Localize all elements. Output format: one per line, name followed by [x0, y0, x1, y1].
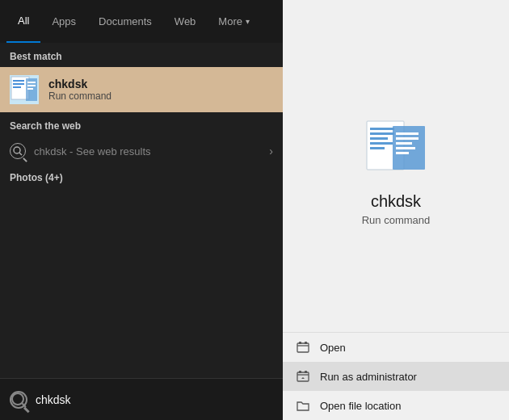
svg-rect-18: [370, 142, 393, 145]
svg-rect-4: [13, 86, 21, 88]
best-match-info: chkdsk Run command: [48, 78, 111, 102]
svg-rect-16: [370, 132, 394, 135]
svg-rect-25: [396, 152, 409, 154]
search-panel: All Apps Documents Web More ▾ Best match: [0, 0, 283, 420]
web-search-item[interactable]: chkdsk - See web results ›: [0, 136, 283, 166]
svg-rect-21: [396, 132, 419, 135]
tab-apps[interactable]: Apps: [40, 0, 87, 43]
svg-rect-30: [299, 371, 301, 373]
right-panel: chkdsk Run command Open: [283, 0, 509, 420]
tab-all[interactable]: All: [6, 0, 40, 43]
search-web-label: Search the web: [0, 112, 283, 136]
tab-documents[interactable]: Documents: [87, 0, 163, 43]
svg-rect-23: [396, 142, 412, 145]
best-match-item[interactable]: chkdsk Run command: [0, 67, 283, 112]
search-input[interactable]: [36, 393, 273, 406]
context-menu-run-admin[interactable]: Run as administrator: [283, 362, 509, 391]
photos-label: Photos (4+): [0, 166, 283, 187]
search-results: Best match chkdsk Run command: [0, 43, 283, 378]
search-bar: [0, 378, 283, 420]
svg-line-12: [23, 403, 27, 407]
svg-point-11: [12, 393, 23, 405]
best-match-name: chkdsk: [48, 78, 111, 90]
search-icon: [10, 143, 26, 159]
app-icon-small: [10, 75, 39, 104]
svg-rect-3: [13, 83, 24, 85]
app-preview: chkdsk Run command: [283, 0, 509, 332]
preview-app-sub: Run command: [362, 214, 431, 226]
chevron-right-icon: ›: [269, 145, 273, 158]
svg-rect-17: [370, 137, 388, 140]
open-icon: [296, 340, 310, 355]
svg-rect-22: [396, 137, 419, 140]
context-menu-file-location[interactable]: Open file location: [283, 391, 509, 420]
svg-line-10: [19, 153, 22, 155]
svg-rect-27: [299, 342, 301, 344]
tabs-bar: All Apps Documents Web More ▾: [0, 0, 283, 43]
tab-more[interactable]: More ▾: [207, 0, 261, 43]
svg-rect-19: [370, 147, 385, 149]
svg-rect-6: [27, 82, 36, 83]
svg-rect-29: [297, 372, 309, 381]
best-match-label: Best match: [0, 43, 283, 67]
best-match-sub: Run command: [48, 90, 111, 102]
svg-rect-31: [305, 371, 307, 373]
preview-app-name: chkdsk: [371, 192, 421, 211]
chevron-down-icon: ▾: [246, 17, 250, 26]
web-query-text: chkdsk - See web results: [34, 145, 151, 158]
tab-web[interactable]: Web: [163, 0, 208, 43]
svg-rect-8: [27, 88, 33, 90]
svg-rect-24: [396, 147, 415, 149]
search-bar-icon: [10, 391, 27, 409]
svg-rect-28: [305, 342, 307, 344]
context-menu-open[interactable]: Open: [283, 333, 509, 362]
context-menu: Open Run as administrator Open file lo: [283, 332, 509, 420]
run-as-admin-icon: [296, 369, 310, 384]
svg-rect-15: [370, 128, 394, 130]
svg-rect-2: [13, 80, 24, 82]
folder-icon: [296, 398, 310, 413]
svg-rect-26: [297, 343, 309, 352]
svg-point-9: [14, 147, 20, 153]
app-preview-icon: [364, 115, 428, 179]
svg-rect-7: [27, 85, 36, 86]
